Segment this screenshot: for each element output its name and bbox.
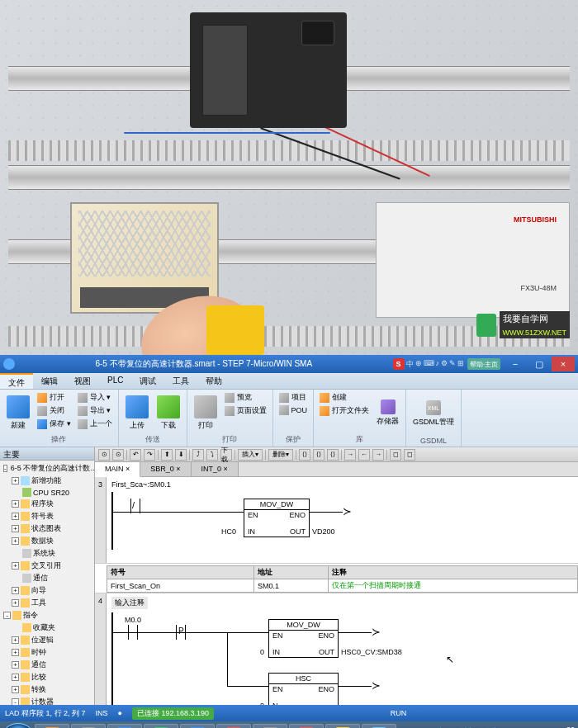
- ribbon-button[interactable]: 上一个: [75, 418, 115, 430]
- tree-item[interactable]: +数据块: [2, 535, 92, 547]
- tab-tools[interactable]: 工具: [164, 373, 197, 389]
- expand-icon[interactable]: +: [12, 587, 19, 594]
- expand-icon[interactable]: +: [12, 649, 19, 656]
- tree-item[interactable]: +新增功能: [2, 475, 92, 487]
- mov-dw-block[interactable]: MOV_DW ENENO INOUT: [268, 619, 339, 658]
- ribbon-button[interactable]: 保存 ▾: [35, 418, 73, 430]
- toolbar-button[interactable]: ⟨⟩: [313, 449, 325, 461]
- ribbon-button[interactable]: 项目: [277, 391, 310, 404]
- ribbon-button[interactable]: POU: [277, 404, 310, 416]
- tree-item[interactable]: +比较: [2, 671, 92, 683]
- toolbar-button[interactable]: ↶: [130, 449, 141, 461]
- task-item[interactable]: [180, 724, 215, 728]
- task-item[interactable]: [253, 724, 287, 728]
- ribbon-button[interactable]: 上传: [122, 391, 152, 434]
- tree-item[interactable]: +向导: [2, 584, 92, 597]
- toolbar-button[interactable]: ⬆: [161, 449, 173, 461]
- toolbar-button[interactable]: ↷: [144, 449, 155, 461]
- hsc-block[interactable]: HSC ENENO N: [268, 673, 339, 705]
- ribbon-button[interactable]: 存储器: [373, 391, 402, 434]
- toolbar-button[interactable]: ⊙: [98, 449, 110, 461]
- table-row[interactable]: First_Scan_On SM0.1 仅在第一个扫描周期时接通: [107, 579, 578, 593]
- tab-file[interactable]: 文件: [0, 373, 33, 389]
- ime-icons[interactable]: 中⊕⌨♪⚙✎⊞: [406, 359, 465, 370]
- expand-icon[interactable]: -: [12, 698, 19, 705]
- p-contact[interactable]: P: [169, 625, 192, 640]
- tree-item[interactable]: 通信: [2, 572, 92, 584]
- toolbar-button[interactable]: ◻: [404, 449, 415, 461]
- tab-edit[interactable]: 编辑: [33, 373, 66, 389]
- ladder-canvas[interactable]: 3 First_Sca~:SM0.1 / MOV_DW ENENO: [95, 477, 578, 705]
- tree-item[interactable]: -计数器: [2, 696, 92, 705]
- toolbar-button[interactable]: 插入▾: [238, 449, 263, 461]
- project-tree[interactable]: -6-5 不带复位的高速计数…+新增功能CPU SR20+程序块+符号表+状态图…: [0, 461, 94, 705]
- ribbon-button[interactable]: 页面设置: [222, 404, 269, 417]
- toolbar-button[interactable]: ⤴: [192, 449, 204, 461]
- ribbon-button[interactable]: XMLGSDML管理: [410, 391, 457, 437]
- tree-item[interactable]: +位逻辑: [2, 634, 92, 646]
- expand-icon[interactable]: +: [12, 562, 19, 570]
- tab-view[interactable]: 视图: [66, 373, 99, 389]
- expand-icon[interactable]: +: [12, 477, 19, 485]
- expand-icon[interactable]: +: [12, 500, 19, 508]
- toolbar-button[interactable]: 删除▾: [268, 449, 293, 461]
- tree-item[interactable]: 系统块: [2, 547, 92, 560]
- editor-tab[interactable]: INT_0 ×: [192, 462, 239, 476]
- ribbon-button[interactable]: 新建: [3, 391, 33, 434]
- task-item[interactable]: [71, 724, 106, 728]
- no-contact[interactable]: M0.0: [121, 616, 144, 640]
- task-item[interactable]: [144, 724, 178, 728]
- tree-item[interactable]: 收藏夹: [2, 622, 92, 634]
- toolbar-button[interactable]: →: [344, 449, 356, 461]
- editor-tab[interactable]: SBR_0 ×: [140, 462, 191, 476]
- tab-plc[interactable]: PLC: [99, 373, 131, 389]
- expand-icon[interactable]: +: [12, 599, 19, 607]
- toolbar-button[interactable]: 下载: [220, 449, 232, 461]
- ribbon-button[interactable]: 关闭: [35, 404, 73, 417]
- tree-item[interactable]: +通信: [2, 659, 92, 671]
- editor-tab[interactable]: MAIN ×: [95, 462, 140, 477]
- task-item[interactable]: [325, 724, 360, 728]
- ribbon-button[interactable]: 导出 ▾: [75, 404, 115, 417]
- toolbar-button[interactable]: ⤵: [206, 449, 218, 461]
- tree-item[interactable]: +程序块: [2, 498, 92, 510]
- tree-item[interactable]: CPU SR20: [2, 487, 92, 498]
- tab-debug[interactable]: 调试: [131, 373, 164, 389]
- tree-item[interactable]: +符号表: [2, 510, 92, 522]
- task-item[interactable]: [107, 724, 142, 728]
- toolbar-button[interactable]: ⟨⟩: [299, 449, 310, 461]
- toolbar-button[interactable]: ←: [358, 449, 370, 461]
- help-button[interactable]: 帮助·主页: [467, 358, 500, 370]
- ribbon-button[interactable]: 导入 ▾: [75, 391, 115, 404]
- comment-field[interactable]: 输入注释: [111, 597, 148, 609]
- ribbon-button[interactable]: 打开文件夹: [317, 404, 372, 417]
- ribbon-button[interactable]: 下载: [154, 391, 183, 434]
- toolbar-button[interactable]: ⊙: [112, 449, 124, 461]
- minimize-button[interactable]: −: [504, 357, 527, 371]
- task-item[interactable]: [289, 724, 324, 728]
- tree-item[interactable]: +交叉引用: [2, 560, 92, 572]
- expand-icon[interactable]: +: [12, 537, 19, 545]
- toolbar-button[interactable]: ⬇: [175, 449, 187, 461]
- tree-item[interactable]: -6-5 不带复位的高速计数…: [2, 462, 92, 475]
- close-button[interactable]: ×: [552, 357, 575, 371]
- expand-icon[interactable]: +: [12, 661, 19, 669]
- tree-item[interactable]: +状态图表: [2, 522, 92, 535]
- ribbon-button[interactable]: 预览: [222, 391, 269, 404]
- expand-icon[interactable]: +: [12, 686, 19, 693]
- expand-icon[interactable]: -: [3, 612, 11, 619]
- toolbar-button[interactable]: ◻: [390, 449, 401, 461]
- ribbon-button[interactable]: 打开: [35, 391, 73, 404]
- start-button[interactable]: [3, 723, 33, 728]
- ime-bar[interactable]: S 中⊕⌨♪⚙✎⊞: [393, 358, 465, 370]
- expand-icon[interactable]: +: [12, 674, 19, 681]
- tree-item[interactable]: +转换: [2, 683, 92, 696]
- expand-icon[interactable]: -: [3, 465, 7, 472]
- ribbon-button[interactable]: 打印: [191, 391, 220, 434]
- expand-icon[interactable]: +: [12, 513, 19, 520]
- task-item[interactable]: [35, 724, 69, 728]
- task-item[interactable]: [362, 724, 396, 728]
- sogou-icon[interactable]: S: [393, 358, 405, 370]
- tab-help[interactable]: 帮助: [197, 373, 230, 389]
- nc-contact[interactable]: /: [124, 499, 147, 513]
